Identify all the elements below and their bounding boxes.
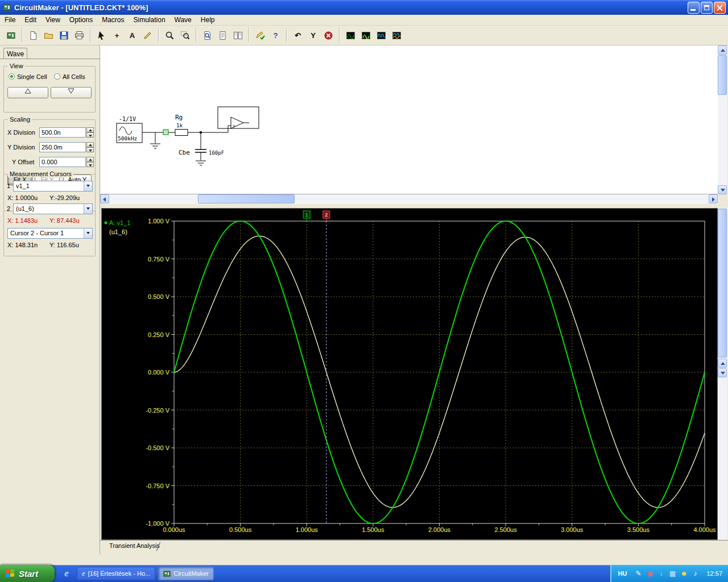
- probe-point[interactable]: [163, 130, 168, 135]
- menu-help[interactable]: Help: [196, 15, 220, 25]
- schematic-horizontal-scrollbar[interactable]: [100, 194, 718, 204]
- volume-icon[interactable]: ♪: [690, 569, 700, 578]
- print-icon: [75, 31, 84, 40]
- x-division-input[interactable]: [39, 127, 86, 138]
- y-offset-spinner[interactable]: [86, 157, 94, 167]
- single-cell-radio[interactable]: [9, 73, 15, 80]
- run-check-button[interactable]: [253, 28, 267, 43]
- task-button-circuitmaker[interactable]: CircuitMaker: [158, 567, 214, 580]
- digital-scope-1-button[interactable]: [374, 28, 388, 43]
- menu-wave[interactable]: Wave: [170, 15, 196, 25]
- scroll-up-button[interactable]: [718, 45, 727, 55]
- menu-view[interactable]: View: [41, 15, 65, 25]
- svg-text:↶: ↶: [295, 31, 301, 40]
- open-file-button[interactable]: [42, 28, 56, 43]
- cursor1-y-readout: Y:-29.209u: [49, 194, 80, 201]
- cursor2-signal-select[interactable]: (u1_6): [13, 203, 93, 214]
- scroll-left-button[interactable]: [100, 194, 109, 203]
- print-button[interactable]: [72, 28, 86, 43]
- save-file-button[interactable]: [57, 28, 71, 43]
- capacitor-cbe[interactable]: Cbe 160pF: [179, 149, 224, 156]
- menu-simulation[interactable]: Simulation: [129, 15, 170, 25]
- y-division-input[interactable]: [39, 142, 86, 152]
- language-indicator[interactable]: HU: [618, 570, 627, 577]
- op-amp[interactable]: +: [218, 107, 259, 128]
- report-page-button[interactable]: [216, 28, 230, 43]
- y-offset-input[interactable]: [39, 157, 86, 167]
- chevron-down-icon[interactable]: [84, 204, 92, 214]
- scroll-thumb[interactable]: [198, 194, 295, 203]
- cursor-flag-label-1: 1: [305, 212, 308, 218]
- plot-vertical-scrollbar[interactable]: [718, 208, 727, 540]
- y-tick-label: 1.000 V: [148, 218, 170, 225]
- quick-launch-internet-explorer[interactable]: e: [59, 567, 74, 580]
- scroll-up-button[interactable]: [718, 359, 727, 368]
- y-tick-label: 0.000 V: [148, 369, 170, 376]
- menu-bar: File Edit View Options Macros Simulation…: [0, 15, 728, 26]
- split-columns-button[interactable]: [231, 28, 245, 43]
- find-page-button[interactable]: [200, 28, 214, 43]
- chevron-down-icon[interactable]: [84, 228, 92, 238]
- network-icon[interactable]: ▦: [668, 569, 677, 578]
- scrollbar-corner: [718, 194, 728, 204]
- cursor-difference-select[interactable]: Cursor 2 - Cursor 1: [7, 228, 93, 239]
- scroll-down-button[interactable]: [718, 185, 727, 194]
- ground-symbol[interactable]: [150, 144, 160, 148]
- menu-edit[interactable]: Edit: [20, 15, 41, 25]
- legend-trace-b: (u1_6): [109, 228, 127, 235]
- restore-button[interactable]: [701, 2, 713, 14]
- select-cursor-icon: [97, 31, 106, 40]
- shield-icon[interactable]: ◉: [645, 569, 654, 578]
- signal-generator[interactable]: -1/1V 500kHz: [117, 116, 142, 143]
- stop-simulation-button[interactable]: [321, 28, 336, 43]
- chevron-down-icon[interactable]: [84, 181, 92, 191]
- schematic-canvas[interactable]: -1/1V 500kHz Rg 1k: [100, 45, 718, 194]
- undo-button[interactable]: ↶: [291, 28, 305, 43]
- text-tool-button[interactable]: A: [125, 28, 139, 43]
- system-tray: HU ✎◉↓▦☻♪ 12:57: [610, 565, 728, 582]
- scroll-thumb[interactable]: [718, 55, 727, 95]
- close-button[interactable]: [714, 2, 726, 14]
- waveform-plot: 1.000 V0.750 V0.500 V0.250 V0.000 V-0.25…: [101, 208, 718, 540]
- tab-wave[interactable]: Wave: [3, 48, 27, 59]
- edit-pen-button[interactable]: [140, 28, 155, 43]
- add-plus-button[interactable]: +: [110, 28, 124, 43]
- clock[interactable]: 12:57: [706, 570, 722, 577]
- zoom-tool-button[interactable]: [163, 28, 177, 43]
- probe-y-button[interactable]: Y: [306, 28, 320, 43]
- scroll-down-button[interactable]: [718, 368, 727, 377]
- cell-up-button[interactable]: [7, 87, 48, 98]
- analog-scope-1-button[interactable]: [344, 28, 358, 43]
- all-cells-radio[interactable]: [54, 73, 60, 80]
- cell-down-button[interactable]: [51, 87, 92, 98]
- edit-pen-icon: [143, 31, 152, 40]
- y-tick-label: 0.250 V: [148, 331, 170, 338]
- digital-scope-2-button[interactable]: [390, 28, 404, 43]
- select-cursor-button[interactable]: [94, 28, 109, 43]
- resistor-rg[interactable]: Rg 1k: [175, 114, 188, 136]
- new-file-button[interactable]: [26, 28, 40, 43]
- schematic-vertical-scrollbar[interactable]: [718, 45, 727, 194]
- help-button[interactable]: ?: [268, 28, 283, 43]
- menu-options[interactable]: Options: [65, 15, 97, 25]
- analog-scope-2-button[interactable]: [359, 28, 373, 43]
- scroll-thumb[interactable]: [718, 209, 727, 357]
- scroll-right-button[interactable]: [709, 194, 718, 203]
- start-button[interactable]: Start: [0, 565, 55, 582]
- zoom-area-button[interactable]: [178, 28, 192, 43]
- menu-macros[interactable]: Macros: [97, 15, 129, 25]
- pen-icon[interactable]: ✎: [634, 569, 643, 578]
- x-division-spinner[interactable]: [86, 127, 94, 138]
- tray-icons: ✎◉↓▦☻♪: [632, 569, 701, 578]
- tab-transient-analysis[interactable]: Transient Analysis: [105, 541, 166, 550]
- ground-symbol[interactable]: [196, 161, 206, 165]
- update-icon[interactable]: ↓: [656, 569, 665, 578]
- minimize-button[interactable]: [688, 2, 700, 14]
- cursor1-signal-select[interactable]: v1_1: [13, 181, 93, 192]
- svg-text:Cbe: Cbe: [179, 149, 190, 156]
- messenger-icon[interactable]: ☻: [679, 569, 688, 578]
- task-button-notifications[interactable]: e [16] Értesítések - Ho...: [77, 567, 155, 580]
- y-division-spinner[interactable]: [86, 142, 94, 152]
- pcb-board-button[interactable]: [4, 28, 18, 43]
- menu-file[interactable]: File: [0, 15, 20, 25]
